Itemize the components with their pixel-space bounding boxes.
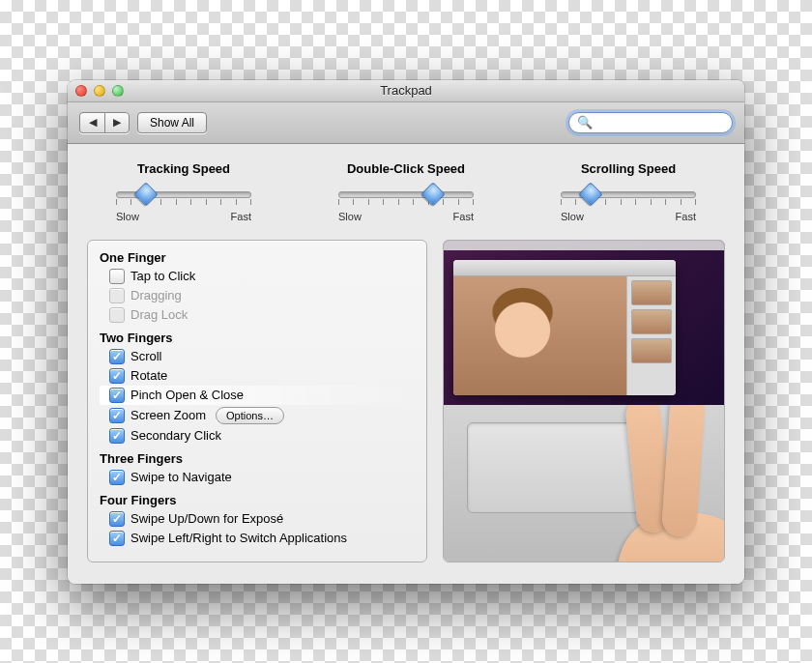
four-fingers-title: Four Fingers	[100, 493, 415, 507]
hand-illustration	[569, 405, 724, 562]
traffic-lights	[68, 85, 124, 97]
drag-lock-row: Drag Lock	[100, 305, 415, 325]
preferences-window: Trackpad ◀ ▶ Show All 🔍 Tracking Speed	[68, 80, 744, 584]
dragging-row: Dragging	[100, 286, 415, 305]
screen-zoom-checkbox[interactable]	[109, 408, 125, 423]
show-all-button[interactable]: Show All	[137, 112, 207, 133]
close-button[interactable]	[75, 85, 87, 97]
scrolling-speed-slider[interactable]	[561, 182, 696, 209]
doubleclick-speed-slider[interactable]	[338, 182, 474, 209]
drag-lock-checkbox	[109, 307, 125, 323]
tap-to-click-row[interactable]: Tap to Click	[100, 267, 415, 286]
drag-lock-label: Drag Lock	[130, 307, 188, 322]
one-finger-title: One Finger	[100, 250, 415, 265]
dragging-label: Dragging	[130, 288, 182, 303]
two-fingers-title: Two Fingers	[100, 331, 415, 345]
tap-to-click-label: Tap to Click	[130, 269, 195, 283]
scrolling-max-label: Fast	[676, 211, 696, 222]
nav-segment: ◀ ▶	[79, 112, 130, 133]
minimize-button[interactable]	[94, 85, 105, 97]
titlebar: Trackpad	[68, 80, 744, 102]
secondary-click-checkbox[interactable]	[109, 428, 125, 444]
secondary-click-label: Secondary Click	[130, 428, 221, 443]
forward-button[interactable]: ▶	[104, 112, 130, 133]
tracking-max-label: Fast	[231, 211, 251, 222]
preview-screen	[444, 241, 724, 405]
three-fingers-title: Three Fingers	[100, 451, 415, 466]
swipe-switch-label: Swipe Left/Right to Switch Applications	[130, 531, 347, 545]
dragging-checkbox	[109, 288, 125, 303]
window-title: Trackpad	[68, 83, 744, 98]
search-icon: 🔍	[577, 116, 593, 129]
scroll-label: Scroll	[130, 349, 162, 363]
rotate-label: Rotate	[130, 368, 167, 383]
screen-zoom-row[interactable]: Screen Zoom Options…	[100, 405, 415, 426]
gestures-panel: One Finger Tap to Click Dragging Drag Lo…	[87, 240, 427, 562]
sliders-row: Tracking Speed Slow Fast Double-Click Sp…	[87, 161, 725, 222]
swipe-expose-row[interactable]: Swipe Up/Down for Exposé	[100, 509, 415, 529]
scroll-row[interactable]: Scroll	[100, 347, 415, 366]
toolbar: ◀ ▶ Show All 🔍	[68, 102, 744, 144]
pinch-label: Pinch Open & Close	[130, 388, 244, 402]
swipe-navigate-label: Swipe to Navigate	[130, 470, 232, 484]
rotate-checkbox[interactable]	[109, 368, 125, 384]
content-area: Tracking Speed Slow Fast Double-Click Sp…	[68, 144, 744, 584]
scroll-checkbox[interactable]	[109, 349, 125, 364]
screen-zoom-label: Screen Zoom	[130, 408, 206, 422]
tracking-speed-group: Tracking Speed Slow Fast	[87, 161, 280, 222]
tap-to-click-checkbox[interactable]	[109, 269, 125, 284]
doubleclick-min-label: Slow	[338, 211, 362, 222]
swipe-expose-label: Swipe Up/Down for Exposé	[130, 511, 283, 526]
swipe-switch-checkbox[interactable]	[109, 531, 125, 546]
tracking-speed-slider[interactable]	[116, 182, 251, 209]
pinch-checkbox[interactable]	[109, 388, 125, 403]
doubleclick-speed-group: Double-Click Speed Slow Fast	[309, 161, 503, 222]
tracking-min-label: Slow	[116, 211, 139, 222]
gesture-preview	[443, 240, 725, 562]
search-field[interactable]: 🔍	[568, 112, 733, 133]
scrolling-speed-label: Scrolling Speed	[532, 161, 725, 176]
lower-row: One Finger Tap to Click Dragging Drag Lo…	[87, 240, 725, 562]
back-button[interactable]: ◀	[79, 112, 104, 133]
swipe-expose-checkbox[interactable]	[109, 511, 125, 527]
preview-trackpad	[444, 405, 724, 562]
scrolling-speed-group: Scrolling Speed Slow Fast	[532, 161, 725, 222]
pinch-row[interactable]: Pinch Open & Close	[100, 386, 415, 405]
rotate-row[interactable]: Rotate	[100, 366, 415, 386]
swipe-navigate-checkbox[interactable]	[109, 470, 125, 485]
scrolling-min-label: Slow	[561, 211, 584, 222]
tracking-speed-label: Tracking Speed	[87, 161, 280, 176]
search-input[interactable]	[596, 115, 744, 130]
zoom-button[interactable]	[112, 85, 124, 97]
doubleclick-max-label: Fast	[453, 211, 474, 222]
screen-zoom-options-button[interactable]: Options…	[216, 407, 284, 424]
swipe-navigate-row[interactable]: Swipe to Navigate	[100, 468, 415, 487]
doubleclick-speed-label: Double-Click Speed	[309, 161, 503, 176]
swipe-switch-row[interactable]: Swipe Left/Right to Switch Applications	[100, 529, 415, 548]
secondary-click-row[interactable]: Secondary Click	[100, 426, 415, 446]
